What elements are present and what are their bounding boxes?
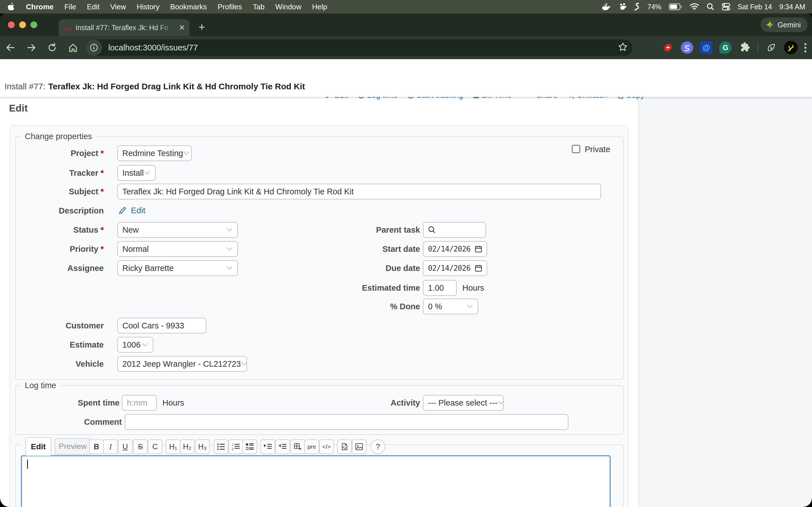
chevron-down-icon (142, 342, 148, 347)
comment-input[interactable] (124, 414, 568, 430)
format-definition-list-button[interactable] (243, 439, 257, 454)
project-select[interactable]: Redmine Testing (117, 145, 192, 161)
format-strikethrough-button[interactable]: S (133, 439, 148, 454)
menubar-date[interactable]: Sat Feb 14 (738, 3, 772, 11)
format-numbered-list-button[interactable]: 12 (229, 439, 243, 454)
estimate-label: Estimate (7, 339, 104, 350)
private-label: Private (585, 144, 610, 155)
parent-task-input[interactable] (423, 222, 486, 238)
chevron-down-icon (144, 171, 151, 175)
subject-label: Subject* (7, 186, 104, 197)
extension-icon-2[interactable] (681, 41, 693, 54)
minimize-window-button[interactable] (19, 21, 26, 28)
site-info-icon[interactable] (86, 40, 102, 56)
menubar-item-tab[interactable]: Tab (253, 3, 265, 11)
notes-tab-preview[interactable]: Preview (55, 438, 91, 455)
maximize-window-button[interactable] (31, 21, 37, 28)
edit-section-heading: Edit (9, 103, 28, 114)
format-h3-button[interactable]: H₃ (195, 439, 210, 454)
format-table-button[interactable] (290, 439, 305, 454)
extensions-puzzle-icon[interactable] (739, 41, 751, 54)
vehicle-label: Vehicle (7, 358, 104, 370)
menubar-item-history[interactable]: History (137, 3, 160, 11)
extension-icon-1[interactable] (662, 41, 674, 54)
browser-window: Install #77: Teraflex Jk: Hd Fo ✕ + Gemi… (0, 13, 812, 507)
format-underline-button[interactable]: U (118, 439, 133, 454)
browser-tab[interactable]: Install #77: Teraflex Jk: Hd Fo ✕ (59, 19, 190, 36)
format-h1-button[interactable]: H₁ (166, 439, 181, 454)
tracker-select[interactable]: Install (117, 165, 156, 181)
menubar-item-view[interactable]: View (110, 3, 126, 11)
close-window-button[interactable] (8, 21, 15, 28)
menubar-item-profiles[interactable]: Profiles (218, 3, 242, 11)
subject-input[interactable]: Teraflex Jk: Hd Forged Drag Link Kit & H… (117, 184, 601, 200)
format-blockquote-button[interactable] (260, 439, 275, 454)
menubar-item-bookmarks[interactable]: Bookmarks (170, 3, 207, 11)
notes-tab-edit[interactable]: Edit (26, 437, 51, 456)
description-edit-link[interactable]: Edit (131, 206, 146, 215)
wifi-icon[interactable] (690, 3, 699, 10)
calendar-icon[interactable] (475, 265, 482, 272)
grammarly-icon[interactable] (719, 41, 732, 54)
private-checkbox[interactable] (572, 145, 580, 153)
url-text[interactable]: localhost:3000/issues/77 (108, 43, 198, 52)
extension-icon-3[interactable] (700, 41, 712, 54)
format-h2-button[interactable]: H₂ (180, 439, 195, 454)
menubar-item-window[interactable]: Window (275, 3, 301, 11)
insert-link-button[interactable] (337, 439, 352, 454)
indent-icon (264, 443, 272, 450)
insert-image-button[interactable] (352, 439, 366, 454)
estimate-select[interactable]: 1006 (117, 337, 153, 353)
vehicle-select[interactable]: 2012 Jeep Wrangler - CL212723 (117, 356, 247, 372)
menubar-app-name[interactable]: Chrome (26, 3, 54, 11)
format-inline-code-button[interactable]: C (148, 439, 162, 454)
menubar-item-file[interactable]: File (64, 3, 76, 11)
paw-icon[interactable] (619, 3, 627, 11)
battery-icon[interactable] (669, 3, 682, 10)
help-button[interactable]: ? (370, 439, 385, 454)
spent-time-input[interactable]: h:mm (122, 395, 157, 411)
menubar-item-help[interactable]: Help (312, 3, 327, 11)
address-bar[interactable]: localhost:3000/issues/77 (86, 40, 633, 56)
profile-avatar[interactable] (784, 41, 798, 54)
gemini-button[interactable]: Gemini (761, 17, 808, 32)
apple-icon[interactable] (8, 3, 15, 11)
format-italic-button[interactable]: I (103, 439, 118, 454)
due-date-input[interactable]: 02/14/2026 (423, 260, 487, 276)
calendar-icon[interactable] (475, 245, 482, 252)
menubar-time[interactable]: 9:34 AM (779, 3, 805, 11)
format-code-block-button[interactable]: </> (319, 439, 334, 454)
docker-icon[interactable] (602, 3, 611, 11)
assignee-select[interactable]: Ricky Barrette (117, 260, 238, 276)
new-tab-button[interactable]: + (199, 21, 205, 33)
home-icon[interactable] (63, 43, 84, 52)
document-link-icon (341, 443, 349, 451)
format-outdent-button[interactable] (275, 439, 290, 454)
control-center-icon[interactable] (722, 3, 730, 11)
issue-sticky-header: Install #77: Teraflex Jk: Hd Forged Drag… (0, 59, 812, 97)
snake-icon[interactable] (635, 2, 640, 11)
format-bullet-list-button[interactable] (214, 439, 229, 454)
spent-time-hours-suffix: Hours (162, 397, 184, 408)
spotlight-search-icon[interactable] (707, 3, 714, 11)
activity-select[interactable]: --- Please select --- (423, 395, 504, 411)
format-bold-button[interactable]: B (89, 439, 104, 454)
browser-menu-kebab-icon[interactable] (804, 43, 806, 52)
memory-saver-leaf-icon[interactable] (765, 41, 777, 54)
priority-select[interactable]: Normal (117, 241, 238, 257)
reload-icon[interactable] (42, 43, 63, 52)
svg-text:2: 2 (232, 447, 234, 450)
tab-close-icon[interactable]: ✕ (179, 23, 185, 32)
pencil-icon[interactable] (118, 206, 127, 215)
notes-textarea[interactable] (21, 455, 611, 507)
estimated-time-input[interactable]: 1.00 (423, 280, 457, 296)
back-icon[interactable] (0, 43, 21, 52)
menubar-item-edit[interactable]: Edit (87, 3, 100, 11)
forward-icon[interactable] (21, 43, 42, 52)
percent-done-select[interactable]: 0 % (423, 298, 478, 314)
start-date-input[interactable]: 02/14/2026 (423, 241, 487, 257)
format-pre-button[interactable]: pre (305, 439, 319, 454)
status-select[interactable]: New (117, 222, 238, 238)
customer-input[interactable]: Cool Cars - 9933 (117, 318, 206, 334)
bookmark-star-icon[interactable] (617, 42, 628, 52)
